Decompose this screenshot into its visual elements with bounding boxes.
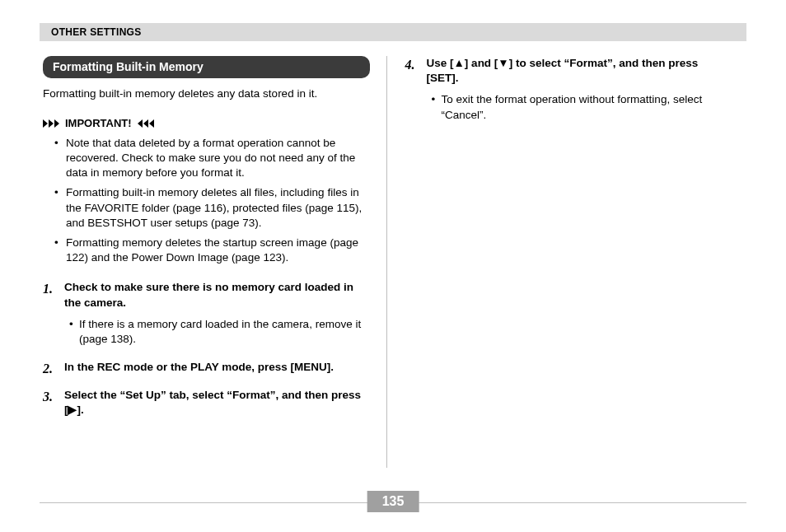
important-item: Formatting memory deletes the startup sc…: [66, 236, 370, 265]
triangle-right-icon: [43, 119, 60, 128]
page-footer: 135: [40, 491, 746, 514]
step-number: 3.: [43, 388, 58, 418]
intro-text: Formatting built-in memory deletes any d…: [43, 86, 370, 101]
page-number: 135: [367, 491, 419, 512]
step-number: 1.: [43, 280, 58, 350]
step-sublist: If there is a memory card loaded in the …: [64, 317, 370, 347]
step-3: 3. Select the “Set Up” tab, select “Form…: [43, 388, 370, 418]
important-label: IMPORTANT!: [65, 116, 132, 131]
important-item: Formatting built-in memory deletes all f…: [66, 185, 370, 231]
step-number: 4.: [405, 56, 420, 126]
triangle-left-icon: [137, 119, 154, 128]
important-list: Note that data deleted by a format opera…: [43, 136, 370, 266]
step-sub-item: If there is a memory card loaded in the …: [79, 317, 370, 347]
step-text: In the REC mode or the PLAY mode, press …: [64, 360, 370, 375]
step-sublist: To exit the format operation without for…: [427, 92, 732, 122]
right-column: 4. Use [▲] and [▼] to select “Format”, a…: [386, 56, 747, 468]
step-text: Use [▲] and [▼] to select “Format”, and …: [427, 56, 732, 86]
step-text: Select the “Set Up” tab, select “Format”…: [64, 388, 370, 418]
step-text: Check to make sure there is no memory ca…: [64, 280, 370, 310]
important-header: IMPORTANT!: [43, 116, 370, 131]
step-sub-item: To exit the format operation without for…: [442, 92, 732, 122]
left-column: Formatting Built-in Memory Formatting bu…: [40, 56, 386, 468]
content-columns: Formatting Built-in Memory Formatting bu…: [40, 56, 746, 468]
step-4: 4. Use [▲] and [▼] to select “Format”, a…: [405, 56, 732, 126]
step-number: 2.: [43, 360, 58, 378]
breadcrumb: OTHER SETTINGS: [51, 26, 142, 38]
breadcrumb-bar: OTHER SETTINGS: [40, 23, 746, 41]
important-item: Note that data deleted by a format opera…: [66, 136, 370, 181]
section-title: Formatting Built-in Memory: [43, 56, 370, 78]
step-1: 1. Check to make sure there is no memory…: [43, 280, 370, 350]
step-2: 2. In the REC mode or the PLAY mode, pre…: [43, 360, 370, 378]
